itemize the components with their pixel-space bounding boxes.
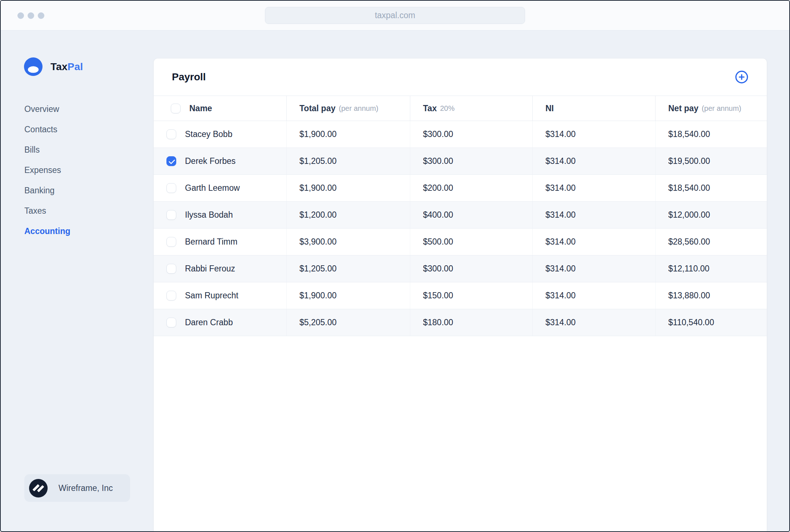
brand-wordmark: TaxPal (51, 61, 83, 73)
url-text: taxpal.com (375, 11, 415, 20)
net-pay-cell: $12,000.00 (655, 202, 767, 228)
sidebar-item-expenses[interactable]: Expenses (24, 160, 70, 180)
table-row: Daren Crabb $5,205.00 $180.00 $314.00 $1… (154, 309, 767, 336)
column-label: Name (189, 104, 212, 113)
sidebar-item-accounting[interactable]: Accounting (24, 221, 70, 241)
net-pay-cell: $28,560.00 (655, 229, 767, 255)
row-checkbox[interactable] (166, 264, 176, 274)
employee-name: Bernard Timm (185, 237, 237, 247)
tax-cell: $200.00 (410, 175, 532, 201)
tax-cell: $400.00 (410, 202, 532, 228)
sidebar: TaxPal Overview Contacts Bills Expenses … (1, 31, 153, 531)
total-pay-cell: $1,200.00 (286, 202, 410, 228)
tax-cell: $180.00 (410, 309, 532, 336)
net-pay-cell: $19,500.00 (655, 148, 767, 174)
window-control-dots (17, 12, 44, 19)
total-pay-cell: $1,205.00 (286, 255, 410, 282)
employee-name: Sam Ruprecht (185, 291, 238, 301)
brand-name-primary: Tax (51, 61, 68, 72)
sidebar-item-contacts[interactable]: Contacts (24, 119, 70, 140)
tax-cell: $300.00 (410, 255, 532, 282)
window-dot-icon (17, 12, 24, 19)
row-checkbox[interactable] (166, 318, 176, 327)
ni-cell: $314.00 (532, 229, 655, 255)
ni-cell: $314.00 (532, 202, 655, 228)
browser-topbar: taxpal.com (1, 1, 789, 31)
total-pay-cell: $1,900.00 (286, 175, 410, 201)
ni-cell: $314.00 (532, 148, 655, 174)
row-checkbox[interactable] (166, 183, 176, 193)
sidebar-item-taxes[interactable]: Taxes (24, 201, 70, 221)
organization-name: Wireframe, Inc (59, 483, 113, 493)
employee-name: Rabbi Ferouz (185, 264, 235, 274)
employee-name: Garth Leemow (185, 183, 240, 193)
total-pay-cell: $1,900.00 (286, 282, 410, 309)
total-pay-cell: $3,900.00 (286, 229, 410, 255)
column-label: NI (545, 104, 554, 113)
ni-cell: $314.00 (532, 121, 655, 148)
card-header: Payroll (154, 59, 767, 96)
column-label: Total pay (299, 104, 335, 113)
column-header-total-pay: Total pay (per annum) (286, 96, 410, 121)
column-label: Net pay (668, 104, 698, 113)
row-checkbox[interactable] (166, 291, 176, 301)
table-row: Derek Forbes $1,205.00 $300.00 $314.00 $… (154, 148, 767, 175)
tax-cell: $300.00 (410, 121, 532, 148)
total-pay-cell: $1,205.00 (286, 148, 410, 174)
net-pay-cell: $110,540.00 (655, 309, 767, 336)
sidebar-nav: Overview Contacts Bills Expenses Banking… (24, 99, 70, 241)
employee-name: Derek Forbes (185, 156, 235, 166)
column-label: Tax (423, 104, 437, 113)
tax-cell: $300.00 (410, 148, 532, 174)
ni-cell: $314.00 (532, 255, 655, 282)
ni-cell: $314.00 (532, 175, 655, 201)
row-checkbox[interactable] (166, 129, 176, 139)
window-dot-icon (28, 12, 34, 19)
employee-name: Ilyssa Bodah (185, 210, 233, 220)
column-header-ni: NI (532, 96, 655, 121)
ni-cell: $314.00 (532, 282, 655, 309)
table-row: Rabbi Ferouz $1,205.00 $300.00 $314.00 $… (154, 255, 767, 282)
sidebar-item-overview[interactable]: Overview (24, 99, 70, 119)
ni-cell: $314.00 (532, 309, 655, 336)
select-all-checkbox[interactable] (171, 104, 181, 113)
row-checkbox[interactable] (166, 156, 176, 166)
table-body: Stacey Bobb $1,900.00 $300.00 $314.00 $1… (154, 121, 767, 336)
brand-logo-row: TaxPal (24, 57, 83, 76)
sidebar-item-bills[interactable]: Bills (24, 140, 70, 160)
net-pay-cell: $18,540.00 (655, 121, 767, 148)
payroll-card: Payroll Name Total pay (per annum) (153, 58, 767, 531)
table-row: Bernard Timm $3,900.00 $500.00 $314.00 $… (154, 229, 767, 255)
add-entry-button[interactable] (735, 70, 749, 84)
column-sublabel: (per annum) (339, 104, 378, 113)
table-row: Stacey Bobb $1,900.00 $300.00 $314.00 $1… (154, 121, 767, 148)
column-header-tax: Tax 20% (410, 96, 532, 121)
column-sublabel: (per annum) (702, 104, 741, 113)
row-checkbox[interactable] (166, 237, 176, 247)
net-pay-cell: $12,110.00 (655, 255, 767, 282)
column-sublabel: 20% (440, 104, 455, 113)
column-header-name: Name (154, 96, 286, 121)
plus-circle-icon (735, 70, 749, 84)
page-title: Payroll (172, 71, 206, 83)
window-dot-icon (38, 12, 44, 19)
table-row: Garth Leemow $1,900.00 $200.00 $314.00 $… (154, 175, 767, 202)
sidebar-item-banking[interactable]: Banking (24, 180, 70, 201)
total-pay-cell: $5,205.00 (286, 309, 410, 336)
organization-switcher[interactable]: Wireframe, Inc (24, 474, 130, 502)
employee-name: Daren Crabb (185, 318, 233, 327)
employee-name: Stacey Bobb (185, 129, 232, 139)
app-window: taxpal.com TaxPal Overview Contacts Bill… (0, 0, 790, 532)
wireframe-logo-icon (29, 479, 48, 497)
column-header-net-pay: Net pay (per annum) (655, 96, 767, 121)
tax-cell: $500.00 (410, 229, 532, 255)
table-row: Sam Ruprecht $1,900.00 $150.00 $314.00 $… (154, 282, 767, 309)
table-header-row: Name Total pay (per annum) Tax 20% NI Ne… (154, 96, 767, 121)
net-pay-cell: $18,540.00 (655, 175, 767, 201)
brand-name-secondary: Pal (68, 61, 83, 72)
url-bar[interactable]: taxpal.com (265, 7, 525, 24)
total-pay-cell: $1,900.00 (286, 121, 410, 148)
taxpal-logo-icon (24, 57, 43, 76)
row-checkbox[interactable] (166, 210, 176, 220)
table-row: Ilyssa Bodah $1,200.00 $400.00 $314.00 $… (154, 202, 767, 229)
